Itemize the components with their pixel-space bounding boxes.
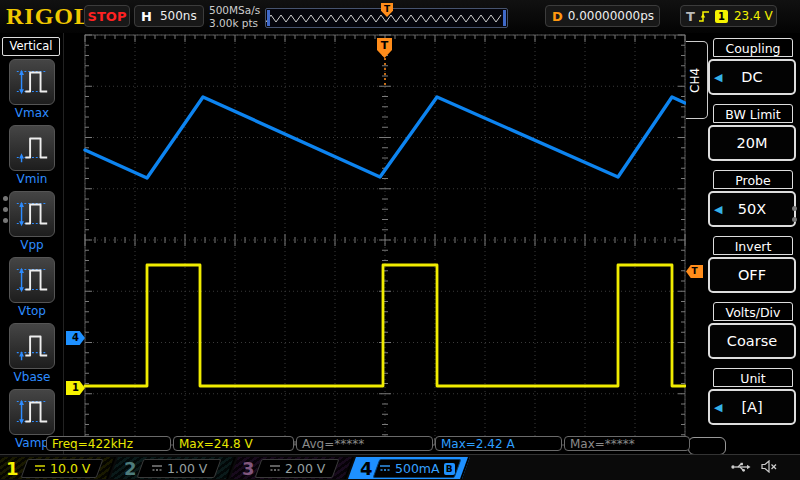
sidebar-item-vtop[interactable]: Vtop — [8, 257, 56, 318]
preview-left-bracket — [267, 10, 270, 26]
ch1-scale-box[interactable]: 10.0 V — [21, 459, 104, 478]
sidebar-item-label: Vtop — [8, 304, 56, 318]
top-bar: RIGOL STOP H 500ns 500MSa/s 3.00k pts T … — [0, 0, 800, 33]
ch2-number[interactable]: 2 — [124, 458, 137, 479]
menu-value: DC — [741, 69, 762, 85]
menu-title: Unit — [713, 368, 793, 387]
menu-value: OFF — [738, 267, 766, 283]
graticule-ticks — [85, 35, 685, 445]
voltsdiv-button[interactable]: Coarse — [708, 323, 796, 359]
usb-icon — [731, 461, 751, 473]
left-arrow-icon: ◀ — [714, 203, 722, 216]
ch4-number[interactable]: 4 — [360, 458, 373, 479]
timebase-value: 500ns — [160, 9, 197, 23]
sidebar-item-vmin[interactable]: Vmin — [8, 125, 56, 186]
sidebar-item-vpp[interactable]: Vpp — [8, 191, 56, 252]
waveform-preview-bar[interactable]: T — [265, 8, 508, 28]
run-state-badge[interactable]: STOP — [84, 5, 130, 27]
horizontal-timebase-box[interactable]: H 500ns — [134, 5, 204, 27]
menu-item-probe: Probe ◀ 50X — [708, 170, 798, 227]
page-indicator-dot — [792, 206, 797, 211]
acquisition-info: 500MSa/s 3.00k pts — [209, 4, 260, 29]
trigger-label: T — [686, 9, 695, 24]
sidebar-item-label: Vbase — [8, 370, 56, 384]
sidebar-title: Vertical — [2, 37, 60, 56]
ch2-scale: 1.00 V — [167, 461, 207, 476]
ch1-coupling-icon — [34, 464, 46, 473]
page-indicator-dot — [3, 196, 8, 201]
bwlimit-button[interactable]: 20M — [708, 125, 796, 161]
ch1-scale: 10.0 V — [50, 461, 90, 476]
channel-status-bar: 1 10.0 V 2 1.00 V — [0, 454, 800, 480]
invert-button[interactable]: OFF — [708, 257, 796, 293]
vmax-measure-icon — [9, 59, 55, 105]
ch4-menu-tab[interactable]: CH4 — [686, 41, 708, 119]
trigger-level-value: 23.4 V — [734, 9, 773, 23]
measurement-avg: Avg=***** — [296, 436, 433, 451]
menu-value: 20M — [737, 135, 768, 151]
ch4-coupling-icon — [379, 464, 391, 473]
probe-button[interactable]: ◀ 50X — [708, 191, 796, 227]
menu-value: Coarse — [727, 333, 777, 349]
vamp-measure-icon — [9, 389, 55, 435]
sample-rate: 500MSa/s — [209, 4, 260, 17]
sidebar-item-label: Vpp — [8, 238, 56, 252]
ch4-ground-marker[interactable]: 4 — [66, 331, 85, 345]
memory-depth: 3.00k pts — [209, 17, 260, 30]
sidebar-item-vmax[interactable]: Vmax — [8, 59, 56, 120]
menu-item-invert: Invert OFF — [708, 236, 798, 293]
ch2-coupling-icon — [151, 464, 163, 473]
menu-title: Probe — [713, 170, 793, 189]
menu-title: Coupling — [713, 38, 793, 57]
vmin-measure-icon — [9, 125, 55, 171]
menu-item-coupling: Coupling ◀ DC — [708, 38, 798, 95]
menu-item-unit: Unit ◀ [A] — [708, 368, 798, 425]
oscilloscope-screen: RIGOL STOP H 500ns 500MSa/s 3.00k pts T … — [0, 0, 800, 480]
ch3-number[interactable]: 3 — [242, 458, 255, 479]
vbase-measure-icon — [9, 323, 55, 369]
ch2-scale-box[interactable]: 1.00 V — [137, 459, 222, 478]
sidebar-item-vbase[interactable]: Vbase — [8, 323, 56, 384]
menu-item-bwlimit: BW Limit 20M — [708, 104, 798, 161]
page-indicator-dot — [792, 217, 797, 222]
ch4-bwlimit-badge: B — [444, 463, 455, 475]
delay-label: D — [552, 9, 563, 24]
trigger-source-badge: 1 — [715, 10, 728, 23]
left-arrow-icon: ◀ — [714, 71, 722, 84]
measurement-status-row: Freq=422kHz Max=24.8 V Avg=***** Max=2.4… — [0, 436, 800, 453]
vpp-measure-icon — [9, 191, 55, 237]
ch4-scale-box[interactable]: 500mA B — [373, 459, 462, 478]
ch1-ground-marker[interactable]: 1 — [66, 381, 85, 395]
page-indicator-dot — [3, 207, 8, 212]
delay-value: 0.00000000ps — [568, 9, 654, 23]
channel-menu-sidebar: CH4 Coupling ◀ DC BW Limit 20M Probe ◀ 5… — [686, 33, 800, 455]
sidebar-item-label: Vmin — [8, 172, 56, 186]
menu-value: [A] — [741, 399, 762, 415]
ch3-scale-box[interactable]: 2.00 V — [255, 459, 340, 478]
vertical-measure-sidebar: Vertical Vmax Vmin Vpp Vtop Vbase Vamp — [0, 33, 64, 455]
page-indicator-dot — [3, 218, 8, 223]
rising-edge-icon — [698, 9, 711, 24]
waveform-svg — [85, 35, 685, 445]
sidebar-item-label: Vmax — [8, 106, 56, 120]
ch3-coupling-icon — [269, 464, 281, 473]
rigol-logo: RIGOL — [6, 3, 91, 30]
left-arrow-icon: ◀ — [714, 401, 722, 414]
delay-box[interactable]: D 0.00000000ps — [545, 5, 660, 27]
measurement-freq: Freq=422kHz — [46, 436, 171, 451]
ch3-scale: 2.00 V — [285, 461, 325, 476]
menu-value: 50X — [738, 201, 766, 217]
coupling-button[interactable]: ◀ DC — [708, 59, 796, 95]
speaker-muted-icon — [761, 460, 778, 473]
vtop-measure-icon — [9, 257, 55, 303]
measurement-max-empty: Max=***** — [564, 436, 690, 451]
menu-title: BW Limit — [713, 104, 793, 123]
waveform-display-area[interactable] — [85, 35, 685, 445]
menu-item-voltsdiv: Volts/Div Coarse — [708, 302, 798, 359]
unit-button[interactable]: ◀ [A] — [708, 389, 796, 425]
trigger-info-box[interactable]: T 1 23.4 V — [680, 5, 777, 27]
ch4-scale: 500mA — [395, 461, 440, 476]
ch1-number[interactable]: 1 — [6, 458, 19, 479]
system-icons — [731, 460, 778, 473]
menu-title: Invert — [713, 236, 793, 255]
